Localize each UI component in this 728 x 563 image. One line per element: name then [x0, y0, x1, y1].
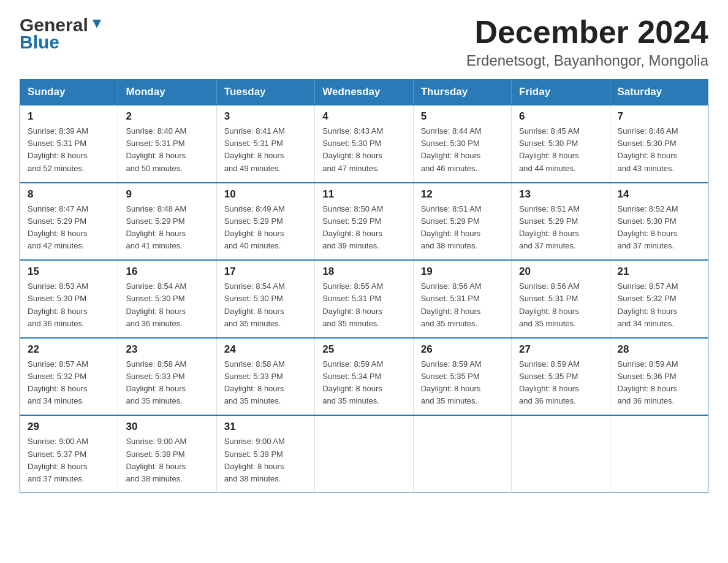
- empty-cell: [610, 415, 708, 492]
- calendar-day-4: 4 Sunrise: 8:43 AM Sunset: 5:30 PM Dayli…: [315, 105, 413, 183]
- calendar-table: Sunday Monday Tuesday Wednesday Thursday…: [20, 79, 708, 493]
- svg-marker-0: [93, 20, 101, 28]
- day-number: 6: [519, 110, 602, 123]
- day-info: Sunrise: 8:59 AM Sunset: 5:35 PM Dayligh…: [421, 358, 504, 408]
- empty-cell: [315, 415, 413, 492]
- day-info: Sunrise: 8:40 AM Sunset: 5:31 PM Dayligh…: [126, 125, 208, 175]
- day-number: 7: [618, 110, 700, 123]
- calendar-day-2: 2 Sunrise: 8:40 AM Sunset: 5:31 PM Dayli…: [118, 105, 216, 183]
- calendar-day-9: 9 Sunrise: 8:48 AM Sunset: 5:29 PM Dayli…: [118, 183, 216, 261]
- day-number: 27: [519, 343, 602, 356]
- calendar-day-25: 25 Sunrise: 8:59 AM Sunset: 5:34 PM Dayl…: [315, 338, 413, 416]
- day-info: Sunrise: 8:50 AM Sunset: 5:29 PM Dayligh…: [322, 203, 405, 253]
- calendar-day-26: 26 Sunrise: 8:59 AM Sunset: 5:35 PM Dayl…: [413, 338, 511, 416]
- day-number: 20: [519, 266, 602, 278]
- day-number: 10: [224, 188, 307, 201]
- day-info: Sunrise: 8:51 AM Sunset: 5:29 PM Dayligh…: [519, 203, 602, 253]
- calendar-day-29: 29 Sunrise: 9:00 AM Sunset: 5:37 PM Dayl…: [20, 415, 118, 492]
- calendar-day-15: 15 Sunrise: 8:53 AM Sunset: 5:30 PM Dayl…: [20, 260, 118, 338]
- calendar-day-3: 3 Sunrise: 8:41 AM Sunset: 5:31 PM Dayli…: [216, 105, 314, 183]
- header-sunday: Sunday: [20, 80, 118, 105]
- calendar-day-11: 11 Sunrise: 8:50 AM Sunset: 5:29 PM Dayl…: [315, 183, 413, 261]
- day-number: 13: [519, 188, 602, 201]
- calendar-day-28: 28 Sunrise: 8:59 AM Sunset: 5:36 PM Dayl…: [610, 338, 708, 416]
- calendar-day-1: 1 Sunrise: 8:39 AM Sunset: 5:31 PM Dayli…: [20, 105, 118, 183]
- calendar-day-30: 30 Sunrise: 9:00 AM Sunset: 5:38 PM Dayl…: [118, 415, 216, 492]
- calendar-day-19: 19 Sunrise: 8:56 AM Sunset: 5:31 PM Dayl…: [413, 260, 511, 338]
- day-number: 14: [618, 188, 700, 201]
- day-info: Sunrise: 8:55 AM Sunset: 5:31 PM Dayligh…: [322, 280, 405, 330]
- day-number: 5: [421, 110, 504, 123]
- calendar-day-24: 24 Sunrise: 8:58 AM Sunset: 5:33 PM Dayl…: [216, 338, 314, 416]
- calendar-day-20: 20 Sunrise: 8:56 AM Sunset: 5:31 PM Dayl…: [512, 260, 610, 338]
- day-number: 24: [224, 343, 307, 356]
- header-wednesday: Wednesday: [315, 80, 413, 105]
- header-tuesday: Tuesday: [216, 80, 314, 105]
- calendar-day-18: 18 Sunrise: 8:55 AM Sunset: 5:31 PM Dayl…: [315, 260, 413, 338]
- day-info: Sunrise: 8:44 AM Sunset: 5:30 PM Dayligh…: [421, 125, 504, 175]
- day-info: Sunrise: 9:00 AM Sunset: 5:38 PM Dayligh…: [126, 435, 208, 485]
- day-number: 8: [28, 188, 110, 201]
- calendar-day-7: 7 Sunrise: 8:46 AM Sunset: 5:30 PM Dayli…: [610, 105, 708, 183]
- title-block: December 2024 Erdenetsogt, Bayanhongor, …: [466, 15, 708, 69]
- day-number: 3: [224, 110, 307, 123]
- day-number: 9: [126, 188, 208, 201]
- day-number: 17: [224, 266, 307, 278]
- day-info: Sunrise: 9:00 AM Sunset: 5:37 PM Dayligh…: [28, 435, 110, 485]
- logo: General Blue: [20, 15, 104, 53]
- day-info: Sunrise: 8:47 AM Sunset: 5:29 PM Dayligh…: [28, 203, 110, 253]
- page-title: December 2024: [466, 15, 708, 50]
- day-info: Sunrise: 8:57 AM Sunset: 5:32 PM Dayligh…: [618, 280, 700, 330]
- day-info: Sunrise: 8:49 AM Sunset: 5:29 PM Dayligh…: [224, 203, 307, 253]
- page-header: General Blue December 2024 Erdenetsogt, …: [20, 15, 708, 69]
- calendar-day-10: 10 Sunrise: 8:49 AM Sunset: 5:29 PM Dayl…: [216, 183, 314, 261]
- empty-cell: [413, 415, 511, 492]
- calendar-day-17: 17 Sunrise: 8:54 AM Sunset: 5:30 PM Dayl…: [216, 260, 314, 338]
- header-monday: Monday: [118, 80, 216, 105]
- day-info: Sunrise: 8:59 AM Sunset: 5:34 PM Dayligh…: [322, 358, 405, 408]
- header-saturday: Saturday: [610, 80, 708, 105]
- logo-blue-text: Blue: [20, 32, 59, 53]
- header-thursday: Thursday: [413, 80, 511, 105]
- calendar-day-23: 23 Sunrise: 8:58 AM Sunset: 5:33 PM Dayl…: [118, 338, 216, 416]
- calendar-day-31: 31 Sunrise: 9:00 AM Sunset: 5:39 PM Dayl…: [216, 415, 314, 492]
- day-info: Sunrise: 8:39 AM Sunset: 5:31 PM Dayligh…: [28, 125, 110, 175]
- day-info: Sunrise: 8:57 AM Sunset: 5:32 PM Dayligh…: [28, 358, 110, 408]
- calendar-day-13: 13 Sunrise: 8:51 AM Sunset: 5:29 PM Dayl…: [512, 183, 610, 261]
- calendar-week-4: 22 Sunrise: 8:57 AM Sunset: 5:32 PM Dayl…: [20, 338, 708, 416]
- logo-triangle-icon: [90, 17, 104, 31]
- day-info: Sunrise: 8:52 AM Sunset: 5:30 PM Dayligh…: [618, 203, 700, 253]
- calendar-day-5: 5 Sunrise: 8:44 AM Sunset: 5:30 PM Dayli…: [413, 105, 511, 183]
- day-info: Sunrise: 8:53 AM Sunset: 5:30 PM Dayligh…: [28, 280, 110, 330]
- day-info: Sunrise: 8:43 AM Sunset: 5:30 PM Dayligh…: [322, 125, 405, 175]
- calendar-day-14: 14 Sunrise: 8:52 AM Sunset: 5:30 PM Dayl…: [610, 183, 708, 261]
- day-info: Sunrise: 8:56 AM Sunset: 5:31 PM Dayligh…: [421, 280, 504, 330]
- day-number: 31: [224, 421, 307, 433]
- calendar-week-5: 29 Sunrise: 9:00 AM Sunset: 5:37 PM Dayl…: [20, 415, 708, 492]
- day-info: Sunrise: 8:58 AM Sunset: 5:33 PM Dayligh…: [224, 358, 307, 408]
- calendar-day-22: 22 Sunrise: 8:57 AM Sunset: 5:32 PM Dayl…: [20, 338, 118, 416]
- day-number: 26: [421, 343, 504, 356]
- day-info: Sunrise: 8:58 AM Sunset: 5:33 PM Dayligh…: [126, 358, 208, 408]
- day-number: 30: [126, 421, 208, 433]
- calendar-day-6: 6 Sunrise: 8:45 AM Sunset: 5:30 PM Dayli…: [512, 105, 610, 183]
- day-number: 12: [421, 188, 504, 201]
- page-subtitle: Erdenetsogt, Bayanhongor, Mongolia: [466, 52, 708, 69]
- day-number: 23: [126, 343, 208, 356]
- day-info: Sunrise: 8:48 AM Sunset: 5:29 PM Dayligh…: [126, 203, 208, 253]
- day-info: Sunrise: 8:56 AM Sunset: 5:31 PM Dayligh…: [519, 280, 602, 330]
- day-number: 11: [322, 188, 405, 201]
- day-number: 29: [28, 421, 110, 433]
- day-number: 1: [28, 110, 110, 123]
- day-number: 22: [28, 343, 110, 356]
- day-info: Sunrise: 9:00 AM Sunset: 5:39 PM Dayligh…: [224, 435, 307, 485]
- day-number: 21: [618, 266, 700, 278]
- day-number: 16: [126, 266, 208, 278]
- calendar-week-3: 15 Sunrise: 8:53 AM Sunset: 5:30 PM Dayl…: [20, 260, 708, 338]
- day-info: Sunrise: 8:41 AM Sunset: 5:31 PM Dayligh…: [224, 125, 307, 175]
- weekday-header-row: Sunday Monday Tuesday Wednesday Thursday…: [20, 80, 708, 105]
- day-number: 2: [126, 110, 208, 123]
- day-number: 19: [421, 266, 504, 278]
- day-info: Sunrise: 8:46 AM Sunset: 5:30 PM Dayligh…: [618, 125, 700, 175]
- day-info: Sunrise: 8:45 AM Sunset: 5:30 PM Dayligh…: [519, 125, 602, 175]
